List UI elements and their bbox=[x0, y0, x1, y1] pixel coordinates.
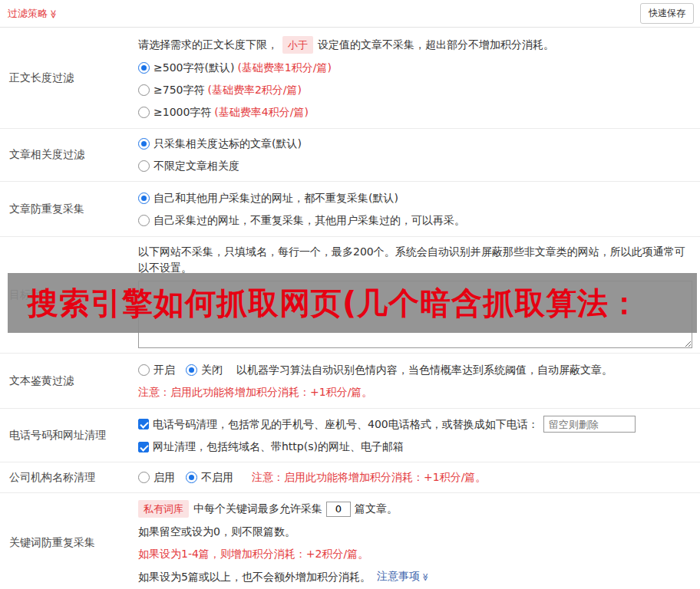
option-label: 不启用 bbox=[201, 469, 233, 485]
option-label: ≥750字符 bbox=[154, 82, 204, 98]
url-cleanup-checkbox[interactable]: 网址清理，包括纯域名、带http(s)的网址、电子邮箱 bbox=[138, 439, 404, 455]
option-fee-note: (基础费率2积分/篇) bbox=[207, 82, 302, 98]
row-phone-url-cleanup: 电话号码和网址清理 电话号码清理，包括常见的手机号、座机号、400电话格式，或替… bbox=[0, 409, 700, 462]
topbar: 过滤策略≫ 快速保存 bbox=[0, 0, 700, 28]
relevance-option-strict[interactable]: 只采集相关度达标的文章(默认) bbox=[138, 136, 302, 152]
body-length-intro: 请选择需求的正文长度下限， 小于 设定值的文章不采集，超出部分不增加积分消耗。 bbox=[138, 36, 692, 54]
chevron-double-down-icon: ≫ bbox=[48, 9, 58, 18]
overlay-banner-text: 搜索引擎如何抓取网页(几个暗含抓取算法： bbox=[28, 282, 640, 324]
keyword-dedup-line2: 如果留空或设为0，则不限篇数。 bbox=[138, 524, 692, 540]
option-label: 自己和其他用户采集过的网址，都不重复采集(默认) bbox=[154, 190, 398, 206]
page-title[interactable]: 过滤策略≫ bbox=[8, 7, 58, 21]
option-label: 开启 bbox=[154, 362, 175, 378]
row-relevance-filter: 文章相关度过滤 只采集相关度达标的文章(默认) 不限定文章相关度 bbox=[0, 129, 700, 182]
option-label: ≥1000字符 bbox=[154, 104, 211, 120]
row-porn-filter: 文本鉴黄过滤 开启 关闭 以机器学习算法自动识别色情内容，当色情概率达到系统阈值… bbox=[0, 354, 700, 409]
keyword-dedup-line3: 如果设为1-4篇，则增加积分消耗：+2积分/篇。 bbox=[138, 546, 692, 562]
radio-icon[interactable] bbox=[138, 107, 150, 118]
notes-link[interactable]: 注意事项≫ bbox=[377, 568, 429, 585]
quick-save-button[interactable]: 快速保存 bbox=[640, 3, 694, 24]
radio-icon[interactable] bbox=[138, 62, 150, 74]
company-cleanup-option-on[interactable]: 启用 bbox=[138, 469, 175, 485]
row-label-keyword-dedup: 关键词防重复采集 bbox=[0, 493, 129, 589]
option-label: 只采集相关度达标的文章(默认) bbox=[154, 136, 302, 152]
keyword-dedup-line4: 如果设为5篇或以上，也不会额外增加积分消耗。 bbox=[138, 569, 371, 585]
porn-filter-option-off[interactable]: 关闭 bbox=[186, 362, 223, 378]
radio-icon[interactable] bbox=[138, 192, 150, 204]
radio-icon[interactable] bbox=[138, 160, 150, 172]
row-article-dedup: 文章防重复采集 自己和其他用户采集过的网址，都不重复采集(默认) 自己采集过的网… bbox=[0, 182, 700, 237]
porn-filter-description: 以机器学习算法自动识别色情内容，当色情概率达到系统阈值，自动屏蔽文章。 bbox=[236, 362, 612, 378]
row-label-dedup: 文章防重复采集 bbox=[0, 182, 129, 236]
row-keyword-dedup: 关键词防重复采集 私有词库 中每个关键词最多允许采集 篇文章。 如果留空或设为0… bbox=[0, 493, 700, 589]
company-cleanup-option-off[interactable]: 不启用 bbox=[186, 469, 233, 485]
row-label-body-length: 正文长度过滤 bbox=[0, 28, 129, 128]
relevance-option-any[interactable]: 不限定文章相关度 bbox=[138, 158, 239, 174]
checkbox-label: 网址清理，包括纯域名、带http(s)的网址、电子邮箱 bbox=[153, 439, 404, 455]
row-label-company: 公司机构名称清理 bbox=[0, 462, 129, 492]
intro-post-text: 设定值的文章不采集，超出部分不增加积分消耗。 bbox=[318, 37, 554, 53]
keyword-max-count-input[interactable] bbox=[326, 502, 351, 517]
highlight-chip-less-than: 小于 bbox=[282, 36, 313, 54]
radio-icon[interactable] bbox=[138, 84, 150, 96]
checkbox-icon[interactable] bbox=[138, 419, 149, 429]
chevron-double-down-icon: ≫ bbox=[418, 573, 434, 581]
radio-icon[interactable] bbox=[138, 215, 150, 226]
overlay-banner: 搜索引擎如何抓取网页(几个暗含抓取算法： bbox=[8, 273, 697, 333]
radio-icon[interactable] bbox=[138, 364, 150, 376]
checkbox-label: 电话号码清理，包括常见的手机号、座机号、400电话格式，或替换成如下电话： bbox=[153, 416, 539, 433]
option-label: 不限定文章相关度 bbox=[154, 158, 239, 174]
porn-filter-option-on[interactable]: 开启 bbox=[138, 362, 175, 378]
row-label-relevance: 文章相关度过滤 bbox=[0, 129, 129, 181]
phone-cleanup-checkbox[interactable]: 电话号码清理，包括常见的手机号、座机号、400电话格式，或替换成如下电话： bbox=[138, 416, 539, 433]
intro-pre-text: 请选择需求的正文长度下限， bbox=[138, 37, 278, 53]
option-fee-note: (基础费率1积分/篇) bbox=[237, 60, 332, 76]
radio-icon[interactable] bbox=[186, 364, 197, 376]
checkbox-icon[interactable] bbox=[138, 442, 149, 452]
page-title-text: 过滤策略 bbox=[8, 8, 48, 19]
option-fee-note: (基础费率4积分/篇) bbox=[214, 104, 309, 120]
row-company-cleanup: 公司机构名称清理 启用 不启用 注意：启用此功能将增加积分消耗：+1积分/篇。 bbox=[0, 462, 700, 493]
length-option-1000[interactable]: ≥1000字符 (基础费率4积分/篇) bbox=[138, 104, 309, 120]
dedup-option-global[interactable]: 自己和其他用户采集过的网址，都不重复采集(默认) bbox=[138, 190, 398, 206]
highlight-chip-private-lexicon: 私有词库 bbox=[138, 500, 189, 518]
radio-icon[interactable] bbox=[186, 472, 197, 483]
porn-filter-warning: 注意：启用此功能将增加积分消耗：+1积分/篇。 bbox=[138, 384, 692, 400]
phone-replace-input[interactable] bbox=[543, 416, 636, 433]
option-label: 关闭 bbox=[201, 362, 223, 378]
dedup-option-self-only[interactable]: 自己采集过的网址，不重复采集，其他用户采集过的，可以再采。 bbox=[138, 212, 465, 229]
row-label-porn-filter: 文本鉴黄过滤 bbox=[0, 354, 129, 408]
option-label: ≥500字符(默认) bbox=[154, 60, 234, 76]
radio-icon[interactable] bbox=[138, 138, 150, 150]
notes-link-text: 注意事项 bbox=[377, 570, 420, 582]
row-body-length-filter: 正文长度过滤 请选择需求的正文长度下限， 小于 设定值的文章不采集，超出部分不增… bbox=[0, 28, 700, 129]
option-label: 自己采集过的网址，不重复采集，其他用户采集过的，可以再采。 bbox=[154, 212, 465, 229]
keyword-dedup-line1-post: 篇文章。 bbox=[355, 501, 398, 517]
company-cleanup-warning: 注意：启用此功能将增加积分消耗：+1积分/篇。 bbox=[252, 469, 486, 485]
length-option-750[interactable]: ≥750字符 (基础费率2积分/篇) bbox=[138, 82, 302, 98]
option-label: 启用 bbox=[154, 469, 175, 485]
keyword-dedup-line1-mid: 中每个关键词最多允许采集 bbox=[193, 501, 322, 517]
radio-icon[interactable] bbox=[138, 472, 150, 483]
target-sites-description: 以下网站不采集，只填域名，每行一个，最多200个。系统会自动识别并屏蔽那些非文章… bbox=[138, 244, 692, 276]
length-option-500[interactable]: ≥500字符(默认) (基础费率1积分/篇) bbox=[138, 60, 332, 76]
row-label-phone-url: 电话号码和网址清理 bbox=[0, 409, 129, 462]
